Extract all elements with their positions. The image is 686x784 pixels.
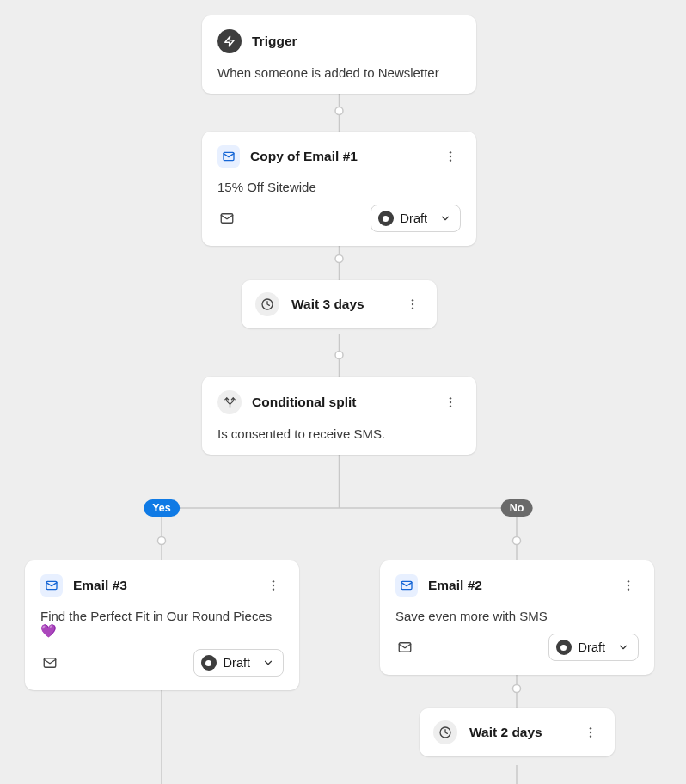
chevron-down-icon xyxy=(439,212,451,224)
svg-point-28 xyxy=(450,405,451,407)
draft-status-icon xyxy=(201,655,217,671)
wait1-more-button[interactable] xyxy=(402,294,423,315)
split-desc: Is consented to receive SMS. xyxy=(217,426,461,441)
svg-point-27 xyxy=(450,401,451,403)
email2-status-label: Draft xyxy=(579,640,605,654)
svg-point-18 xyxy=(450,151,451,153)
email2-card[interactable]: Email #2 Save even more with SMS Draft xyxy=(380,560,654,675)
clock-icon xyxy=(255,292,279,316)
trigger-desc: When someone is added to Newsletter xyxy=(217,65,461,80)
email1-card[interactable]: Copy of Email #1 15% Off Sitewide Draft xyxy=(202,132,476,246)
email1-more-button[interactable] xyxy=(440,146,461,167)
branch-no-tag: No xyxy=(501,499,533,517)
chevron-down-icon xyxy=(262,657,274,669)
split-card[interactable]: Conditional split Is consented to receiv… xyxy=(202,377,476,455)
split-more-button[interactable] xyxy=(440,392,461,413)
chevron-down-icon xyxy=(617,641,629,653)
svg-point-20 xyxy=(450,159,451,161)
wait1-card[interactable]: Wait 3 days xyxy=(242,280,437,328)
svg-point-35 xyxy=(628,580,629,582)
svg-point-41 xyxy=(590,732,591,733)
svg-point-5 xyxy=(335,352,343,359)
svg-point-32 xyxy=(273,588,274,590)
svg-point-12 xyxy=(513,537,521,545)
wait1-title: Wait 3 days xyxy=(291,297,390,312)
email2-more-button[interactable] xyxy=(618,575,639,596)
flow-canvas: Trigger When someone is added to Newslet… xyxy=(0,0,686,784)
mail-outline-icon xyxy=(40,653,59,672)
mail-icon xyxy=(217,145,240,168)
clock-icon xyxy=(433,720,457,744)
mail-outline-icon xyxy=(395,638,414,657)
svg-marker-16 xyxy=(225,36,235,46)
split-title: Conditional split xyxy=(252,395,430,410)
svg-point-36 xyxy=(628,585,629,586)
svg-point-19 xyxy=(450,156,451,157)
bolt-icon xyxy=(217,29,242,53)
svg-point-30 xyxy=(273,580,274,582)
svg-point-26 xyxy=(450,397,451,399)
trigger-title: Trigger xyxy=(252,34,297,49)
draft-status-icon xyxy=(378,211,394,226)
email1-desc: 15% Off Sitewide xyxy=(217,180,461,194)
split-icon xyxy=(217,390,242,414)
svg-point-9 xyxy=(158,537,166,545)
draft-status-icon xyxy=(556,640,572,655)
email3-desc: Find the Perfect Fit in Our Round Pieces… xyxy=(40,609,284,639)
email2-desc: Save even more with SMS xyxy=(395,609,639,623)
svg-point-23 xyxy=(412,299,413,301)
mail-icon xyxy=(40,574,63,597)
svg-point-3 xyxy=(335,255,343,263)
email3-status-label: Draft xyxy=(224,656,250,670)
branch-yes-tag: Yes xyxy=(144,499,180,517)
wait2-title: Wait 2 days xyxy=(469,725,568,740)
email3-status-select[interactable]: Draft xyxy=(193,649,284,677)
email2-status-select[interactable]: Draft xyxy=(548,634,639,661)
email3-title: Email #3 xyxy=(73,578,253,593)
wait2-card[interactable]: Wait 2 days xyxy=(420,708,615,756)
email1-status-label: Draft xyxy=(401,211,427,225)
svg-point-24 xyxy=(412,303,413,305)
email1-status-select[interactable]: Draft xyxy=(371,205,461,232)
mail-outline-icon xyxy=(217,209,236,228)
mail-icon xyxy=(395,574,418,597)
trigger-card[interactable]: Trigger When someone is added to Newslet… xyxy=(202,15,476,94)
email2-title: Email #2 xyxy=(428,578,608,593)
svg-point-40 xyxy=(590,727,591,729)
email3-more-button[interactable] xyxy=(263,575,284,596)
svg-point-25 xyxy=(412,307,413,309)
svg-point-14 xyxy=(513,685,521,693)
svg-point-42 xyxy=(590,735,591,737)
wait2-more-button[interactable] xyxy=(580,722,601,743)
email3-card[interactable]: Email #3 Find the Perfect Fit in Our Rou… xyxy=(25,560,299,690)
svg-point-1 xyxy=(335,107,343,115)
email1-title: Copy of Email #1 xyxy=(250,149,430,164)
svg-point-37 xyxy=(628,588,629,590)
svg-point-31 xyxy=(273,585,274,586)
